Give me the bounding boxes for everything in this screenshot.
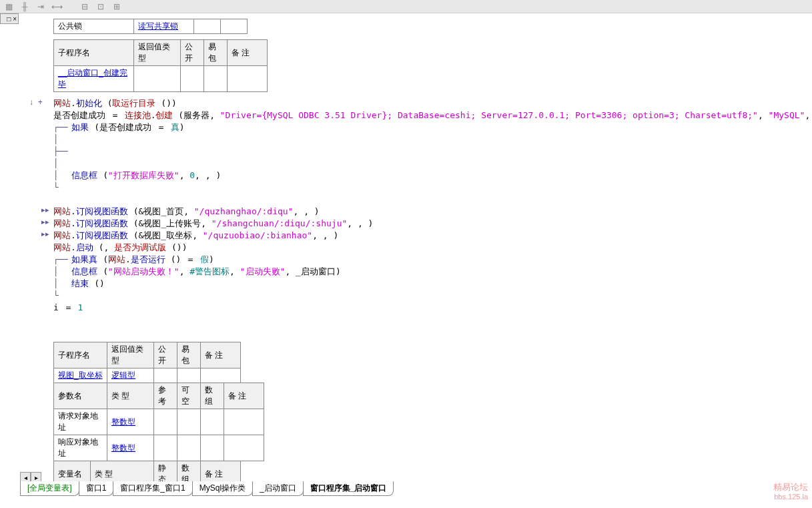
cell — [177, 368, 201, 383]
tab-window1[interactable]: 窗口1 — [79, 481, 114, 496]
watermark: 精易论坛 bbs.125.la — [773, 483, 808, 501]
cell: 响应对象地址 — [54, 435, 107, 461]
toolbar-icon-2[interactable]: ╫ — [19, 2, 30, 11]
th: 变量名 — [54, 461, 91, 483]
th: 公开 — [154, 342, 177, 368]
marker: ▸▸ — [41, 230, 49, 238]
code-line: └ — [53, 182, 812, 194]
cell-link[interactable]: __启动窗口_创建完毕 — [54, 66, 134, 92]
code-line: i ＝ 1 — [53, 302, 812, 314]
fold-marker[interactable]: ↓ + — [29, 97, 43, 107]
tab-startwin-set[interactable]: 窗口程序集_启动窗口 — [303, 481, 394, 496]
cell — [221, 19, 248, 34]
cell: 公共锁 — [54, 19, 134, 34]
th: 公开 — [181, 40, 204, 66]
code-line: 网站.初始化 (取运行目录 ()) — [53, 97, 812, 109]
tab-bar: [全局变量表] 窗口1 窗口程序集_窗口1 MySql操作类 _启动窗口 窗口程… — [20, 483, 393, 496]
th: 数组 — [201, 383, 224, 409]
th: 备 注 — [201, 461, 241, 483]
cell-link[interactable]: 视图_取坐标 — [54, 368, 107, 383]
code-line: │ — [53, 158, 812, 170]
cell — [228, 66, 268, 92]
cell: 请求对象地址 — [54, 409, 107, 435]
th: 备 注 — [201, 342, 241, 368]
code-line: │ 信息框 ("网站启动失败！", #警告图标, "启动失败", _启动窗口) — [53, 266, 812, 278]
cell — [154, 368, 177, 383]
cell-link[interactable]: 整数型 — [107, 435, 154, 461]
th: 静态 — [154, 461, 177, 483]
subroutine-table-2: 子程序名 返回值类型 公开 易包 备 注 视图_取坐标 逻辑型 — [53, 342, 241, 383]
code-line: │ — [53, 134, 812, 146]
toolbar-icon-1[interactable]: ▦ — [3, 2, 14, 11]
code-line: │ 结束 () — [53, 278, 812, 290]
code-line: 是否创建成功 ＝ 连接池.创建 (服务器, "Driver={MySQL ODB… — [53, 109, 812, 121]
marker: ▸▸ — [41, 218, 49, 226]
code-line: │ 信息框 ("打开数据库失败", 0, , ) — [53, 170, 812, 182]
marker: ▸▸ — [41, 206, 49, 214]
th: 返回值类型 — [134, 40, 181, 66]
toolbar-icon-7[interactable]: ⊞ — [111, 2, 122, 11]
code-line: 网站.订阅视图函数 (&视图_首页, "/quzhanghao/:diqu", … — [53, 206, 812, 218]
th: 可空 — [177, 383, 201, 409]
cell-link[interactable]: 整数型 — [107, 409, 154, 435]
code-line: └ — [53, 290, 812, 302]
code-line: 网站.启动 (, 是否为调试版 ()) — [53, 242, 812, 254]
code-editor[interactable]: 公共锁 读写共享锁 子程序名 返回值类型 公开 易包 备 注 __启动窗口_创建… — [20, 13, 812, 483]
cell-link[interactable]: 逻辑型 — [107, 368, 154, 383]
cell — [134, 66, 181, 92]
th: 备 注 — [224, 383, 264, 409]
cell — [181, 66, 204, 92]
subroutine-table-1: 子程序名 返回值类型 公开 易包 备 注 __启动窗口_创建完毕 — [53, 39, 268, 92]
code-line: ├── — [53, 146, 812, 158]
toolbar-icon-6[interactable]: ⊡ — [95, 2, 106, 11]
variables-table: 变量名 类 型 静态 数组 备 注 请求服务器请求 响应服务器响应 模板数据存取… — [53, 461, 241, 483]
th: 数组 — [177, 461, 201, 483]
tab-winset1[interactable]: 窗口程序集_窗口1 — [113, 481, 192, 496]
th: 参数名 — [54, 383, 107, 409]
th: 备 注 — [228, 40, 268, 66]
th: 子程序名 — [54, 40, 134, 66]
panel-marker[interactable]: □ × — [0, 13, 19, 24]
cell-link[interactable]: 读写共享锁 — [134, 19, 194, 34]
th: 易包 — [204, 40, 228, 66]
toolbar: ▦ ╫ ⇥ ⟷ ⊟ ⊡ ⊞ — [0, 0, 812, 13]
cell — [204, 66, 228, 92]
toolbar-icon-3[interactable]: ⇥ — [35, 2, 46, 11]
tab-mysql[interactable]: MySql操作类 — [192, 481, 253, 496]
code-line: ┌── 如果真 (网站.是否运行 () ＝ 假) — [53, 254, 812, 266]
th: 类 型 — [91, 461, 154, 483]
params-table: 参数名 类 型 参考 可空 数组 备 注 请求对象地址 整数型 响应对象地址 整… — [53, 383, 264, 461]
code-line: 网站.订阅视图函数 (&视图_上传账号, "/shangchuan/:diqu/… — [53, 218, 812, 230]
toolbar-icon-5[interactable]: ⊟ — [79, 2, 90, 11]
th: 子程序名 — [54, 342, 107, 368]
th: 返回值类型 — [107, 342, 154, 368]
tab-startwin[interactable]: _启动窗口 — [252, 481, 304, 496]
th: 参考 — [154, 383, 177, 409]
th: 易包 — [177, 342, 201, 368]
th: 类 型 — [107, 383, 154, 409]
lock-table: 公共锁 读写共享锁 — [53, 19, 248, 34]
code-line: 网站.订阅视图函数 (&视图_取坐标, "/quzuobiao/:bianhao… — [53, 230, 812, 242]
toolbar-icon-4[interactable]: ⟷ — [51, 2, 62, 11]
code-line: ┌── 如果 (是否创建成功 ＝ 真) — [53, 121, 812, 134]
tab-global-vars[interactable]: [全局变量表] — [20, 481, 79, 496]
cell — [194, 19, 221, 34]
cell — [201, 368, 241, 383]
